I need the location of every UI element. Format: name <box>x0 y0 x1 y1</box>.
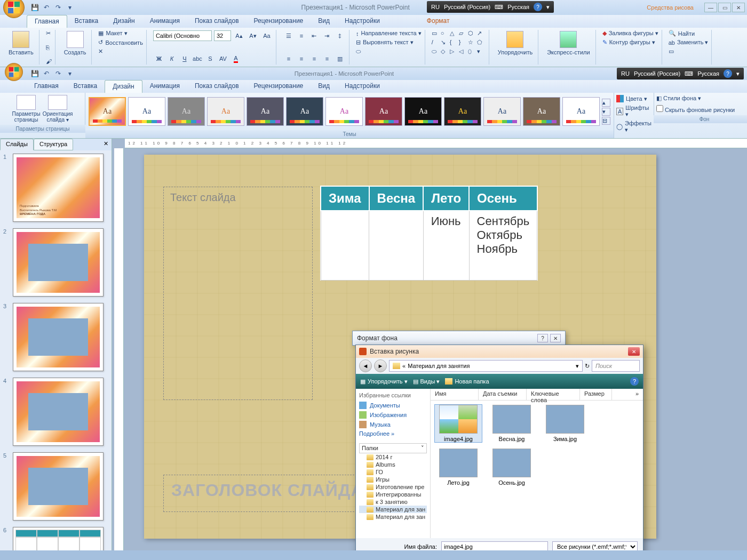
reset-button[interactable]: Восстановить <box>105 39 142 46</box>
folder-item[interactable]: Игры <box>359 476 427 483</box>
folder-item[interactable]: Albums <box>359 461 427 468</box>
th-spring[interactable]: Весна <box>369 186 424 211</box>
bold-icon[interactable]: Ж <box>153 53 165 65</box>
align-left-icon[interactable]: ≡ <box>283 53 295 65</box>
tab2-insert[interactable]: Вставка <box>66 80 105 93</box>
save-icon-2[interactable]: 💾 <box>30 69 39 78</box>
theme-fonts[interactable]: AШрифты ▾ <box>616 105 651 118</box>
redo-icon-2[interactable]: ↷ <box>53 69 63 78</box>
tab2-addins[interactable]: Надстройки <box>337 80 387 93</box>
save-icon[interactable]: 💾 <box>30 3 39 12</box>
align-right-icon[interactable]: ≡ <box>308 53 320 65</box>
shadow-icon[interactable]: S <box>204 53 216 65</box>
bullets-icon[interactable]: ☰ <box>283 30 295 42</box>
tab-slideshow[interactable]: Показ слайдов <box>187 15 247 28</box>
folders-toggle[interactable]: Папки˅ <box>359 443 427 453</box>
cut-icon[interactable]: ✂ <box>46 30 51 37</box>
views-menu[interactable]: ▤Виды ▾ <box>413 378 440 385</box>
tab-view[interactable]: Вид <box>311 15 337 28</box>
tab2-animation[interactable]: Анимация <box>142 80 187 93</box>
theme-colors[interactable]: Цвета ▾ <box>616 95 651 102</box>
file-item[interactable]: Лето.jpg <box>435 449 482 486</box>
layout-menu[interactable]: Макет ▾ <box>106 30 127 37</box>
insert-picture-dialog[interactable]: Вставка рисунка ✕ ◄ ► « Материал для зан… <box>355 345 643 550</box>
tab2-design[interactable]: Дизайн <box>105 80 142 93</box>
change-case-icon[interactable]: Aa <box>261 30 273 42</box>
page-setup-button[interactable]: Параметры страницы <box>12 95 40 123</box>
copy-icon[interactable]: ⎘ <box>46 44 50 51</box>
redo-icon[interactable]: ↷ <box>53 3 63 12</box>
fav-documents[interactable]: Документы <box>359 401 427 410</box>
organize-menu[interactable]: ▦Упорядочить ▾ <box>360 378 408 385</box>
orientation-button[interactable]: Ориентация слайда ▾ <box>43 95 73 123</box>
italic-icon[interactable]: К <box>166 53 178 65</box>
fav-pictures[interactable]: Изображения <box>359 410 427 420</box>
themes-down-icon[interactable]: ▾ <box>602 108 610 116</box>
themes-up-icon[interactable]: ▴ <box>602 99 610 107</box>
hide-bg-checkbox[interactable]: Скрыть фоновые рисунки <box>656 105 747 113</box>
office-button-2[interactable] <box>5 63 23 81</box>
format-background-dialog[interactable]: Формат фона ?✕ <box>352 331 566 346</box>
indent-dec-icon[interactable]: ⇤ <box>308 30 320 42</box>
nav-back-button[interactable]: ◄ <box>359 359 372 372</box>
outline-tab[interactable]: Структура <box>34 139 73 150</box>
tab-format[interactable]: Формат <box>419 15 457 28</box>
new-slide-button[interactable]: Создать <box>62 30 89 57</box>
tab-design[interactable]: Дизайн <box>106 15 142 28</box>
slide-thumb-3[interactable] <box>13 303 104 371</box>
close-icon[interactable]: ✕ <box>732 3 745 12</box>
address-bar[interactable]: « Материал для занятия ▾ <box>389 360 583 372</box>
folder-item[interactable]: 2014 г <box>359 453 427 461</box>
justify-icon[interactable]: ≡ <box>321 53 333 65</box>
shape-outline[interactable]: Контур фигуры ▾ <box>609 39 655 46</box>
shapes-gallery[interactable]: ▭○△▱⬡↗ /↘{}☆⬠ ⬭◇▷◁⬯▾ <box>432 30 486 57</box>
background-styles[interactable]: ◧ Стили фона ▾ <box>656 95 747 102</box>
slide-thumb-1[interactable]: ПодготовилаВоспитатель Рыкова Т.МВРЕМЕНА… <box>13 154 104 222</box>
shrink-font-icon[interactable]: A▾ <box>247 30 259 42</box>
content-placeholder[interactable]: Текст слайда <box>163 187 313 400</box>
themes-more-icon[interactable]: ⊟ <box>602 117 610 125</box>
search-box[interactable]: Поиск <box>592 360 640 372</box>
tab2-review[interactable]: Рецензирование <box>247 80 311 93</box>
theme-effects[interactable]: ◯Эффекты ▾ <box>616 120 651 133</box>
td-summer[interactable]: Июнь <box>423 211 469 280</box>
file-columns[interactable]: Имя Дата съемки Ключевые слова Размер » <box>431 389 643 401</box>
align-center-icon[interactable]: ≡ <box>296 53 307 65</box>
slide-thumb-4[interactable] <box>13 378 104 446</box>
qat-more-icon[interactable]: ▾ <box>65 3 75 12</box>
folder-item[interactable]: к 3 занятию <box>359 498 427 506</box>
toolbar-help-icon[interactable]: ? <box>630 377 639 386</box>
slides-tab[interactable]: Слайды <box>0 139 34 150</box>
undo-icon[interactable]: ↶ <box>42 3 51 12</box>
tab-animation[interactable]: Анимация <box>142 15 187 28</box>
undo-icon-2[interactable]: ↶ <box>42 69 51 78</box>
font-color-icon[interactable]: A <box>230 53 242 65</box>
replace-button[interactable]: Заменить ▾ <box>677 39 709 46</box>
tab-home[interactable]: Главная <box>27 15 67 28</box>
dlg-close-button[interactable]: ✕ <box>628 347 640 356</box>
slide-thumb-5[interactable] <box>13 452 104 521</box>
font-select[interactable] <box>153 30 212 41</box>
folder-item[interactable]: ГО <box>359 468 427 476</box>
folder-item[interactable]: Интегрированны <box>359 491 427 498</box>
fav-music[interactable]: Музыка <box>359 420 427 429</box>
file-item[interactable]: Весна.jpg <box>488 405 535 442</box>
th-summer[interactable]: Лето <box>423 186 469 211</box>
paste-button[interactable]: Вставить <box>6 30 36 57</box>
file-item[interactable]: Осень.jpg <box>488 449 535 486</box>
dlg-close-icon[interactable]: ✕ <box>550 334 561 342</box>
th-winter[interactable]: Зима <box>321 186 369 211</box>
tab2-view[interactable]: Вид <box>311 80 337 93</box>
tab2-slideshow[interactable]: Показ слайдов <box>187 80 247 93</box>
filter-select[interactable]: Все рисунки (*.emf;*.wmf;*.jpg; <box>552 541 638 550</box>
tab-review[interactable]: Рецензирование <box>247 15 311 28</box>
dlg-help-icon[interactable]: ? <box>537 334 548 342</box>
close-pane-icon[interactable]: ✕ <box>100 139 112 150</box>
tab-insert[interactable]: Вставка <box>67 15 106 28</box>
shape-fill[interactable]: Заливка фигуры ▾ <box>609 30 658 37</box>
minimize-icon[interactable]: — <box>704 3 717 12</box>
td-autumn[interactable]: Сентябрь Октябрь Ноябрь <box>469 211 537 280</box>
font-size[interactable] <box>214 30 231 41</box>
text-direction[interactable]: Направление текста ▾ <box>361 30 421 37</box>
numbering-icon[interactable]: ≡ <box>296 30 307 42</box>
